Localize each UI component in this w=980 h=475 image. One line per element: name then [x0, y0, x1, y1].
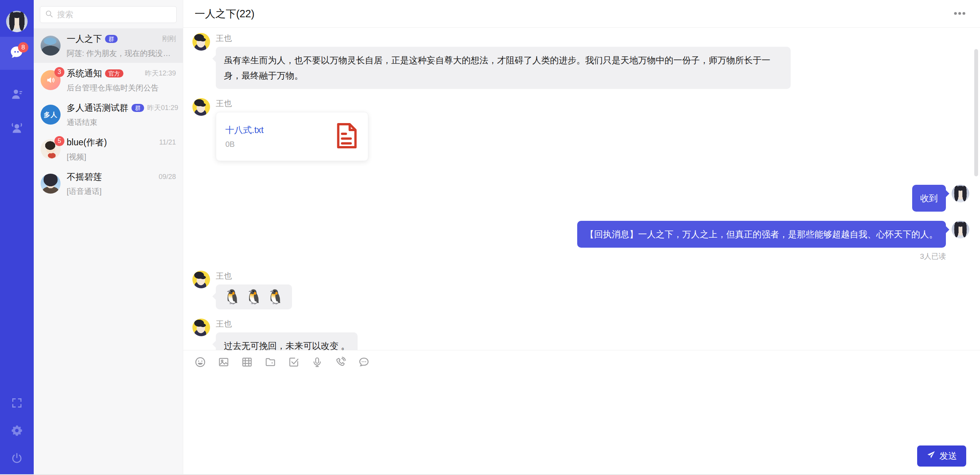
conversation-preview: 后台管理仓库临时关闭公告: [67, 83, 176, 93]
conversation-preview: [语音通话]: [67, 186, 176, 197]
conversation-info: 多人通话测试群 群 昨天01:29 通话结束: [67, 102, 176, 128]
conversation-name: blue(作者): [67, 136, 107, 148]
my-profile-avatar[interactable]: [6, 11, 28, 32]
sender-name: 王也: [216, 33, 232, 44]
conversation-info: 一人之下 群 刚刚 阿莲: 作为朋友，现在的我没法...: [67, 33, 176, 59]
search-input[interactable]: [57, 10, 172, 19]
sticker-message-bubble[interactable]: 🐧 🐧 🐧: [216, 284, 292, 309]
mic-icon[interactable]: [311, 356, 323, 368]
conversation-time: 昨天01:29: [144, 103, 178, 112]
conversation-preview: 通话结束: [67, 117, 176, 128]
sender-name: 王也: [216, 98, 232, 109]
message-bubble[interactable]: 过去无可挽回，未来可以改变 。: [216, 332, 358, 350]
nav-rail: 8: [0, 0, 34, 474]
penguin-sticker: 🐧: [223, 290, 241, 304]
conversation-name: 系统通知: [67, 67, 102, 79]
conversation-item-blue-author[interactable]: 5 blue(作者) 11/21 [视频]: [34, 132, 183, 166]
unread-total-badge: 8: [18, 42, 28, 53]
message-bubble[interactable]: 虽有幸生而为人，也不要以万物灵长自居，正是这种妄自尊大的想法，才阻碍了人类的进步…: [216, 47, 791, 89]
sender-name: 王也: [216, 271, 232, 281]
conversation-list-panel: 一人之下 群 刚刚 阿莲: 作为朋友，现在的我没法... 3 系统通知 官方 昨…: [34, 0, 183, 474]
contacts-icon: [9, 97, 25, 103]
message-gap: [192, 170, 969, 185]
file-message-card[interactable]: 十八式.txt 0B: [216, 112, 368, 161]
call-icon[interactable]: [334, 356, 346, 368]
settings-button[interactable]: [11, 424, 23, 437]
my-avatar[interactable]: [952, 221, 969, 238]
groups-icon: [9, 130, 25, 137]
folder-icon[interactable]: [264, 356, 276, 368]
search-box[interactable]: [40, 6, 177, 23]
conversation-item-yirenzhixia[interactable]: 一人之下 群 刚刚 阿莲: 作为朋友，现在的我没法...: [34, 28, 183, 63]
group-tag-badge: 群: [105, 35, 118, 43]
conversation-preview: [视频]: [67, 152, 176, 162]
conversation-avatar: [41, 174, 61, 194]
my-avatar[interactable]: [952, 185, 969, 202]
composer: 发送: [183, 350, 980, 474]
penguin-sticker: 🐧: [266, 290, 284, 304]
message-bubble[interactable]: 【回执消息】一人之下，万人之上，但真正的强者，是那些能够超越自我、心怀天下的人。: [577, 221, 946, 248]
conversation-info: 系统通知 官方 昨天12:39 后台管理仓库临时关闭公告: [67, 67, 176, 93]
message-input[interactable]: [183, 370, 980, 474]
conversation-avatar: 5: [41, 139, 61, 159]
conversation-time: 09/28: [156, 173, 176, 181]
history-icon[interactable]: [358, 356, 370, 368]
conversation-info: 不摇碧莲 09/28 [语音通话]: [67, 171, 176, 197]
sender-avatar[interactable]: [192, 98, 210, 116]
send-button[interactable]: 发送: [917, 445, 966, 467]
group-tag-badge: 群: [131, 104, 144, 112]
conversation-avatar: 3: [41, 70, 61, 90]
message-row-outgoing: 收到: [192, 185, 969, 212]
chat-main-area: 一人之下(22) 王也 虽有幸生而为人，也不要以万物灵长自居，正是这种妄自尊大的…: [183, 0, 980, 474]
message-row-outgoing: 【回执消息】一人之下，万人之上，但真正的强者，是那些能够超越自我、心怀天下的人。…: [192, 221, 969, 261]
send-label: 发送: [939, 450, 957, 462]
unread-count-badge: 5: [54, 136, 64, 146]
chat-app-window: 8: [0, 0, 980, 475]
conversation-avatar: [41, 36, 61, 56]
read-receipt[interactable]: 3人已读: [920, 251, 946, 261]
nav-item-chats[interactable]: 8: [0, 37, 34, 70]
sender-avatar[interactable]: [192, 33, 210, 51]
message-row: 王也 十八式.txt 0B: [192, 98, 969, 161]
sender-name: 王也: [216, 319, 232, 329]
video-icon[interactable]: [241, 356, 253, 368]
conversation-time: 11/21: [156, 138, 176, 146]
avatar-text: 多人: [44, 110, 57, 119]
conversation-name: 多人通话测试群: [67, 102, 128, 114]
emoji-icon[interactable]: [194, 356, 206, 368]
message-list[interactable]: 王也 虽有幸生而为人，也不要以万物灵长自居，正是这种妄自尊大的想法，才阻碍了人类…: [183, 28, 980, 350]
file-document-icon: [335, 122, 359, 151]
power-logout-button[interactable]: [11, 452, 23, 464]
conversation-name: 一人之下: [67, 33, 102, 45]
conversation-avatar: 多人: [41, 105, 61, 125]
speaker-icon: [46, 75, 56, 85]
more-options-button[interactable]: [951, 8, 969, 20]
search-icon: [45, 10, 53, 20]
message-row: 王也 过去无可挽回，未来可以改变 。: [192, 319, 969, 350]
chat-title: 一人之下(22): [195, 7, 254, 21]
search-area: [34, 0, 183, 28]
file-name-link[interactable]: 十八式.txt: [225, 124, 328, 136]
conversation-name: 不摇碧莲: [67, 171, 102, 183]
nav-bottom: [11, 397, 23, 464]
message-bubble[interactable]: 收到: [912, 185, 946, 212]
image-icon[interactable]: [217, 356, 230, 368]
official-tag-badge: 官方: [105, 69, 123, 77]
chat-header: 一人之下(22): [183, 0, 980, 28]
conversation-time: 昨天12:39: [142, 69, 176, 78]
conversation-info: blue(作者) 11/21 [视频]: [67, 136, 176, 162]
fullscreen-button[interactable]: [11, 397, 23, 409]
conversation-item-buyaobilian[interactable]: 不摇碧莲 09/28 [语音通话]: [34, 166, 183, 201]
conversation-item-multicall-group[interactable]: 多人 多人通话测试群 群 昨天01:29 通话结束: [34, 97, 183, 132]
message-row: 王也 🐧 🐧 🐧: [192, 271, 969, 309]
nav-item-groups[interactable]: [9, 120, 25, 137]
sender-avatar[interactable]: [192, 319, 210, 336]
nav-item-contacts[interactable]: [9, 87, 25, 104]
card-icon[interactable]: [287, 356, 300, 368]
unread-count-badge: 3: [54, 67, 64, 77]
sender-avatar[interactable]: [192, 271, 210, 288]
message-row: 王也 虽有幸生而为人，也不要以万物灵长自居，正是这种妄自尊大的想法，才阻碍了人类…: [192, 33, 969, 89]
paper-plane-icon: [926, 450, 936, 462]
conversation-item-system-notice[interactable]: 3 系统通知 官方 昨天12:39 后台管理仓库临时关闭公告: [34, 63, 183, 97]
message-scrollbar[interactable]: [974, 49, 978, 176]
